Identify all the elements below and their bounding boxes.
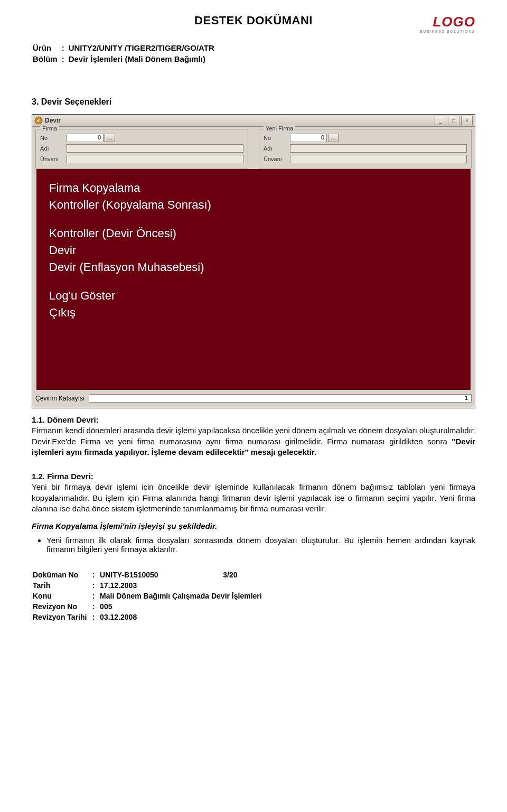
konu-value: Mali Dönem Bağımlı Çalışmada Devir İşlem… — [100, 592, 266, 601]
urun-label: Ürün — [33, 43, 61, 53]
window-icon — [34, 116, 43, 125]
menu-cikis[interactable]: Çıkış — [49, 305, 458, 320]
bullet-list: Yeni firmanın ilk olarak firma dosyaları… — [32, 536, 475, 554]
logo-sub: BUSINESS SOLUTIONS — [420, 30, 475, 33]
close-button[interactable]: × — [461, 116, 473, 125]
dokno-label: Doküman No — [33, 571, 91, 580]
section-1-1: 1.1. Dönem Devri: Firmanın kendi dönemle… — [32, 415, 475, 458]
minimize-button[interactable]: _ — [435, 116, 446, 125]
section-1-2: 1.2. Firma Devri: Yeni bir firmaya devir… — [32, 471, 475, 514]
bullet-1: Yeni firmanın ilk olarak firma dosyaları… — [46, 536, 475, 554]
menu-kontroller-kopyalama-sonrasi[interactable]: Kontroller (Kopyalama Sonrası) — [49, 198, 458, 212]
section-1-1-title: 1.1. Dönem Devri: — [32, 415, 99, 424]
yeni-firma-group: Yeni Firma No 0 … Adı Ünvanı — [259, 129, 472, 169]
menu-firma-kopyalama[interactable]: Firma Kopyalama — [49, 181, 458, 195]
menu-devir[interactable]: Devir — [49, 243, 458, 258]
yeni-firma-adi-input — [290, 144, 467, 153]
section-1-1-body: Firmanın kendi dönemleri arasında devir … — [32, 426, 475, 445]
bolum-label: Bölüm — [33, 54, 61, 64]
tarih-value: 17.12.2003 — [100, 581, 266, 591]
menu-log-goster[interactable]: Log'u Göster — [49, 288, 458, 303]
yeni-firma-adi-label: Adı — [264, 145, 290, 152]
konu-label: Konu — [33, 592, 91, 601]
urun-value: UNITY2/UNITY /TIGER2/TIGER/GO/ATR — [69, 43, 218, 53]
header-meta: Ürün : UNITY2/UNITY /TIGER2/TIGER/GO/ATR… — [32, 42, 219, 66]
section-1-2-title: 1.2. Firma Devri: — [32, 472, 93, 481]
titlebar: Devir _ □ × — [32, 115, 475, 127]
firma-no-lookup-button[interactable]: … — [105, 134, 115, 142]
menu-kontroller-devir-oncesi[interactable]: Kontroller (Devir Öncesi) — [49, 226, 458, 241]
yeni-firma-no-input[interactable]: 0 — [290, 134, 327, 142]
section-3-title: 3. Devir Seçenekleri — [32, 97, 475, 107]
yeni-firma-unvani-input — [290, 155, 467, 163]
devir-window: Devir _ □ × Firma No 0 … Ad — [32, 114, 475, 408]
section-1-2-body: Yeni bir firmaya devir işlemi için öncel… — [32, 482, 475, 513]
logo: LOGO BUSINESS SOLUTIONS — [420, 15, 475, 33]
window-title: Devir — [45, 117, 61, 124]
yeni-firma-unvani-label: Ünvanı — [264, 156, 290, 162]
revno-label: Revizyon No — [33, 602, 91, 612]
tarih-label: Tarih — [33, 581, 91, 591]
firma-kopyalama-title: Firma Kopyalama İşlemi'nin işleyişi şu ş… — [32, 521, 475, 530]
bolum-value: Devir İşlemleri (Mali Dönem Bağımlı) — [69, 54, 218, 64]
cevirim-label: Çevirim Katsayısı — [35, 395, 84, 402]
revtarih-label: Revizyon Tarihi — [33, 613, 91, 622]
firma-group: Firma No 0 … Adı Ünvanı — [35, 129, 248, 169]
firma-unvani-label: Ünvanı — [40, 156, 67, 162]
firma-legend: Firma — [40, 125, 59, 132]
doc-title: DESTEK DOKÜMANI — [32, 14, 475, 27]
firma-unvani-input — [67, 155, 243, 163]
revno-value: 005 — [100, 602, 266, 612]
yeni-firma-no-lookup-button[interactable]: … — [328, 134, 339, 142]
devir-menu: Firma Kopyalama Kontroller (Kopyalama So… — [35, 169, 472, 391]
revtarih-value: 03.12.2008 — [100, 613, 266, 622]
firma-no-label: No — [40, 135, 67, 141]
cevirim-input[interactable]: 1 — [89, 394, 472, 403]
dokno-value: UNITY-B1510050 — [100, 571, 201, 580]
yeni-firma-no-label: No — [264, 135, 290, 141]
firma-no-input[interactable]: 0 — [67, 134, 104, 142]
menu-devir-enflasyon[interactable]: Devir (Enflasyon Muhasebesi) — [49, 260, 458, 275]
page-number: 3/20 — [202, 571, 266, 580]
yeni-firma-legend: Yeni Firma — [264, 125, 295, 132]
footer-meta: Doküman No : UNITY-B1510050 3/20 Tarih :… — [32, 570, 267, 623]
logo-main: LOGO — [420, 15, 475, 29]
maximize-button[interactable]: □ — [448, 116, 459, 125]
firma-adi-label: Adı — [40, 145, 67, 152]
firma-adi-input — [67, 144, 243, 153]
